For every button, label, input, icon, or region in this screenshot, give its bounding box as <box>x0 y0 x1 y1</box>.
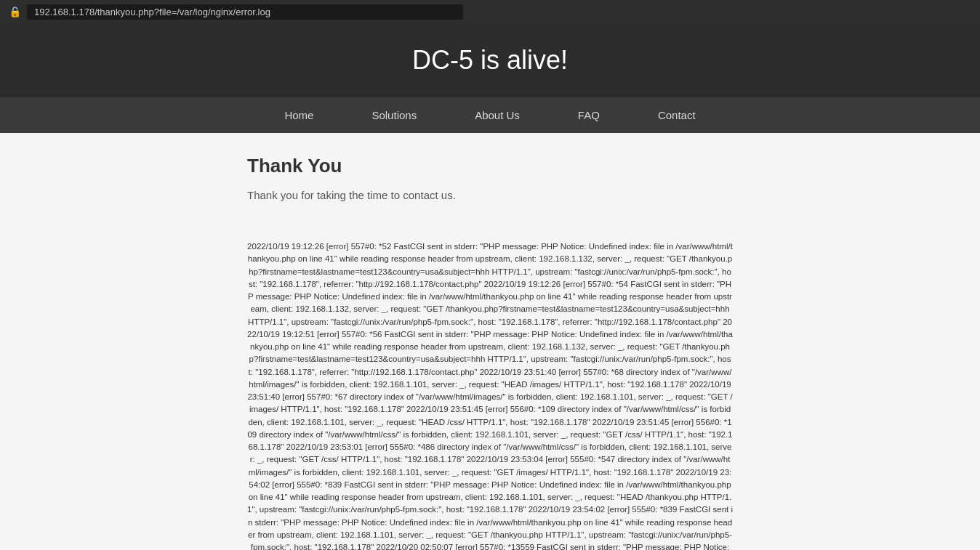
nav-solutions[interactable]: Solutions <box>342 97 446 133</box>
nav-home[interactable]: Home <box>255 97 342 133</box>
log-content: 2022/10/19 19:12:26 [error] 557#0: *52 F… <box>247 240 733 550</box>
site-nav: Home Solutions About Us FAQ Contact <box>0 97 980 133</box>
site-title: DC-5 is alive! <box>15 45 965 76</box>
site-header: DC-5 is alive! <box>0 23 980 97</box>
nav-about-us[interactable]: About Us <box>446 97 549 133</box>
page-wrapper: DC-5 is alive! Home Solutions About Us F… <box>0 23 980 550</box>
url-bar[interactable]: 192.168.1.178/thankyou.php?file=/var/log… <box>27 4 463 20</box>
nav-contact[interactable]: Contact <box>629 97 725 133</box>
log-output: 2022/10/19 19:12:26 [error] 557#0: *52 F… <box>0 240 980 550</box>
main-content: Thank You Thank you for taking the time … <box>0 133 980 240</box>
thank-you-text: Thank you for taking the time to contact… <box>247 189 733 201</box>
browser-bar: 🔒 192.168.1.178/thankyou.php?file=/var/l… <box>0 0 980 23</box>
nav-faq[interactable]: FAQ <box>549 97 629 133</box>
lock-icon: 🔒 <box>9 6 21 17</box>
thank-you-title: Thank You <box>247 155 733 177</box>
